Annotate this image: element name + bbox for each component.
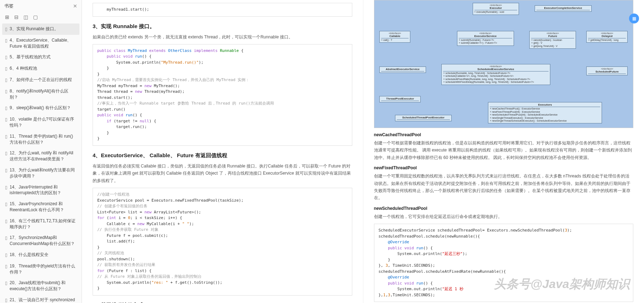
bookmark-ribbon-icon: ▯	[5, 168, 7, 174]
bookmark-ribbon-icon: ▯	[5, 150, 7, 156]
bookmark-label: 15、Java中synchronized 和 ReentrantLock 有什么…	[10, 201, 77, 213]
bookmark-item[interactable]: ▯4、ExecutorService、Callable、Future 有返回值线…	[2, 35, 79, 52]
bookmarks-sidebar: 书签 ✕ ⊞ ⊟ ◫ ▢ ▯3、实现 Runnable 接口。▯4、Execut…	[0, 0, 82, 303]
sidebar-toolbar: ⊞ ⊟ ◫ ▢	[0, 12, 82, 23]
section-4-heading: 4、ExecutorService、 Callable、 Future 有返回值…	[93, 152, 352, 159]
sched-pool-para: 创建一个线程池，它可安排在给定延迟后运行命令或者定期地执行。	[374, 213, 634, 220]
content-area: myThread1.start(); 3、实现 Runnable 接口。 如果自…	[82, 0, 644, 303]
cached-pool-para: 创建一个可根据需要创建新线程的线程池，但是在以前构造的线程可用时将重用它们。对于…	[374, 139, 634, 161]
bookmark-item[interactable]: ▯17、SynchronizedMap和ConcurrentHashMap有什么…	[2, 232, 79, 249]
expand-all-icon[interactable]: ⊞	[5, 14, 9, 20]
code-block-2: //创建一个线程池 ExecutorService pool = Executo…	[93, 188, 352, 296]
sched-pool-heading: newScheduledThreadPool	[374, 206, 634, 211]
bookmark-item[interactable]: ▯12、为什么wait, notify 和 notifyAll这些方法不在thr…	[2, 148, 79, 165]
bookmark-label: 6、4 种线程池	[10, 65, 37, 71]
code-block-1: public class MyThread extends OtherClass…	[93, 44, 352, 146]
section-3-para: 如果自己的类已经 extends 另一个类，就无法直接 extends Thre…	[93, 33, 352, 41]
bookmark-item[interactable]: ▯19、Thread类中的yield方法有什么作用？	[2, 261, 79, 278]
sidebar-title: 书签	[4, 3, 14, 9]
bookmark-item[interactable]: ▯8、notify()和notifyAll()有什么区别？	[2, 86, 79, 103]
fab-button[interactable]: ▦	[629, 14, 639, 23]
fixed-pool-heading: newFixedThreadPool	[374, 165, 634, 170]
right-column[interactable]: «interface»Executor+ execute(Runnable) :…	[363, 0, 644, 303]
bookmark-label: 14、Java中interrupted 和 isInterruptedd方法的区…	[10, 184, 77, 196]
bookmark-list[interactable]: ▯3、实现 Runnable 接口。▯4、ExecutorService、Cal…	[0, 23, 82, 303]
bookmark-item[interactable]: ▯5、基于线程池的方式	[2, 52, 79, 63]
left-column[interactable]: myThread1.start(); 3、实现 Runnable 接口。 如果自…	[82, 0, 363, 303]
bookmark-item[interactable]: ▯10、volatile 是什么?可以保证有序性吗？	[2, 114, 79, 131]
bookmark-item[interactable]: ▯18、什么是线程安全	[2, 249, 79, 261]
bookmark-ribbon-icon: ▯	[5, 235, 7, 241]
uml-diagram: «interface»Executor+ execute(Runnable) :…	[374, 0, 634, 128]
bookmark-label: 18、什么是线程安全	[10, 252, 48, 258]
section-5-heading: 5、基于线程池的方式	[93, 302, 352, 303]
fixed-pool-para: 创建一个可重用固定线程数的线程池，以共享的无界队列方式来运行这些线程。在任意点，…	[374, 172, 634, 202]
bookmark-label: 9、sleep()和wait() 有什么区别？	[10, 105, 71, 111]
code-block-4: ScheduledExecutorService scheduledThread…	[374, 224, 634, 302]
bookmark-ribbon-icon: ▯	[5, 26, 7, 32]
bookmark-outline-icon[interactable]: ▢	[33, 14, 38, 20]
section-3-heading: 3、实现 Runnable 接口。	[93, 23, 352, 30]
bookmark-label: 7、如何停止一个正在运行的线程	[10, 77, 72, 83]
bookmark-item[interactable]: ▯20、Java线程池中submit() 和 execute()方法有什么区别？	[2, 277, 79, 294]
bookmark-item[interactable]: ▯14、Java中interrupted 和 isInterruptedd方法的…	[2, 182, 79, 199]
bookmark-label: 12、为什么wait, notify 和 notifyAll这些方法不在thre…	[10, 150, 77, 162]
bookmark-ribbon-icon: ▯	[5, 134, 7, 140]
bookmark-item[interactable]: ▯3、实现 Runnable 接口。	[2, 23, 79, 35]
bookmark-label: 21、说一说自己对于 synchronized 关键字的了解	[10, 297, 77, 303]
bookmark-item[interactable]: ▯6、4 种线程池	[2, 63, 79, 74]
bookmark-item[interactable]: ▯15、Java中synchronized 和 ReentrantLock 有什…	[2, 198, 79, 216]
bookmark-ribbon-icon: ▯	[5, 264, 7, 270]
bookmark-ribbon-icon: ▯	[5, 77, 7, 83]
code-block-0: myThread1.start();	[93, 3, 352, 17]
sidebar-header: 书签 ✕	[0, 0, 82, 12]
bookmark-label: 13、为什么wait和notify方法要在同步块中调用？	[10, 167, 77, 179]
bookmark-ribbon-icon: ▯	[5, 117, 7, 123]
bookmark-item[interactable]: ▯13、为什么wait和notify方法要在同步块中调用？	[2, 165, 79, 182]
bookmark-ribbon-icon: ▯	[5, 105, 7, 111]
bookmark-label: 16、有三个线程T1,T2,T3,如何保证顺序执行？	[10, 218, 77, 230]
bookmark-label: 3、实现 Runnable 接口。	[10, 26, 58, 32]
bookmark-icon[interactable]: ◫	[24, 14, 28, 20]
bookmark-ribbon-icon: ▯	[5, 218, 7, 224]
bookmark-label: 10、volatile 是什么?可以保证有序性吗？	[10, 116, 77, 128]
collapse-all-icon[interactable]: ⊟	[14, 14, 19, 20]
bookmark-ribbon-icon: ▯	[5, 89, 7, 95]
close-icon[interactable]: ✕	[73, 3, 77, 9]
bookmark-ribbon-icon: ▯	[5, 66, 7, 72]
bookmark-item[interactable]: ▯16、有三个线程T1,T2,T3,如何保证顺序执行？	[2, 216, 79, 233]
cached-pool-heading: newCachedThreadPool	[374, 132, 634, 137]
bookmark-ribbon-icon: ▯	[5, 252, 7, 258]
bookmark-label: 8、notify()和notifyAll()有什么区别？	[10, 88, 77, 100]
bookmark-item[interactable]: ▯21、说一说自己对于 synchronized 关键字的了解	[2, 294, 79, 303]
section-4-para: 有返回值的任务必须实现 Callable 接口，类似的，无返回值的任务必须 Ru…	[93, 163, 352, 184]
bookmark-label: 11、Thread 类中的start() 和 run()方法有什么区别？	[10, 133, 77, 145]
bookmark-label: 17、SynchronizedMap和ConcurrentHashMap有什么区…	[10, 235, 77, 247]
bookmark-item[interactable]: ▯11、Thread 类中的start() 和 run()方法有什么区别？	[2, 131, 79, 148]
bookmark-ribbon-icon: ▯	[5, 280, 7, 286]
bookmark-label: 5、基于线程池的方式	[10, 54, 51, 60]
bookmark-label: 20、Java线程池中submit() 和 execute()方法有什么区别？	[10, 280, 77, 292]
bookmark-item[interactable]: ▯7、如何停止一个正在运行的线程	[2, 74, 79, 86]
bookmark-ribbon-icon: ▯	[5, 185, 7, 191]
bookmark-label: 4、ExecutorService、Callable、Future 有返回值线程	[10, 37, 77, 49]
bookmark-ribbon-icon: ▯	[5, 201, 7, 207]
bookmark-ribbon-icon: ▯	[5, 38, 7, 44]
bookmark-item[interactable]: ▯9、sleep()和wait() 有什么区别？	[2, 102, 79, 114]
bookmark-ribbon-icon: ▯	[5, 297, 7, 303]
bookmark-ribbon-icon: ▯	[5, 54, 7, 60]
bookmark-label: 19、Thread类中的yield方法有什么作用？	[10, 263, 77, 275]
